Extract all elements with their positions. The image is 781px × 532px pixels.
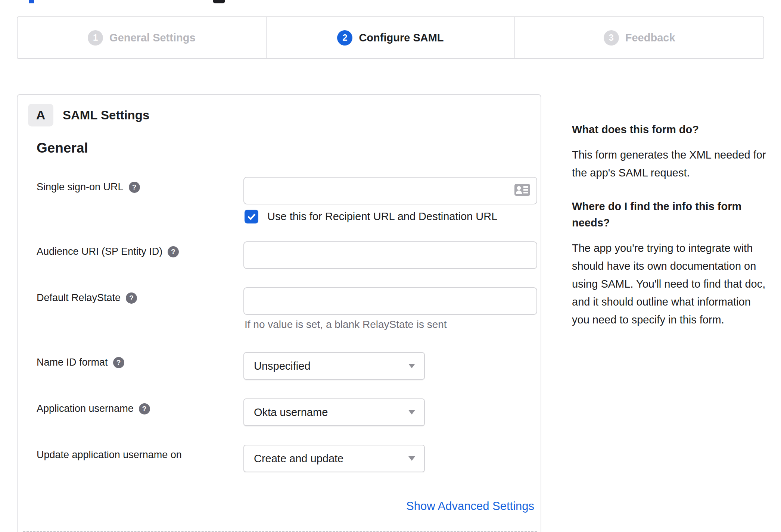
- step-1-number-badge: 1: [88, 30, 103, 46]
- help-answer-2: The app you're trying to integrate with …: [572, 239, 770, 329]
- general-group-heading: General: [37, 140, 88, 156]
- application-username-value: Okta username: [254, 406, 328, 419]
- application-username-label-text: Application username: [37, 403, 134, 414]
- default-relaystate-helper-text: If no value is set, a blank RelayState i…: [245, 319, 447, 331]
- section-a-badge: A: [28, 104, 53, 126]
- step-1-label: General Settings: [109, 32, 195, 44]
- single-sign-on-url-input-wrap: [243, 177, 537, 204]
- help-question-1: What does this form do?: [572, 121, 770, 138]
- update-app-username-label: Update application username on: [37, 449, 182, 461]
- step-3-label: Feedback: [625, 32, 675, 44]
- step-configure-saml[interactable]: 2 Configure SAML: [266, 17, 515, 58]
- default-relaystate-label-text: Default RelayState: [37, 292, 121, 304]
- update-app-username-label-text: Update application username on: [37, 449, 182, 461]
- single-sign-on-url-label: Single sign-on URL ?: [37, 181, 140, 193]
- section-title: SAML Settings: [63, 108, 149, 122]
- chevron-down-icon: [408, 364, 415, 368]
- top-cutoff-blue-fragment: [29, 0, 34, 3]
- chevron-down-icon: [408, 456, 415, 461]
- help-answer-1: This form generates the XML needed for t…: [572, 146, 770, 182]
- name-id-format-value: Unspecified: [254, 360, 311, 372]
- application-username-label: Application username ?: [37, 403, 150, 414]
- single-sign-on-url-input[interactable]: [244, 178, 536, 204]
- step-3-number-badge: 3: [604, 30, 619, 46]
- contact-card-icon[interactable]: [514, 184, 530, 198]
- update-app-username-select[interactable]: Create and update: [243, 445, 425, 472]
- help-question-2: Where do I find the info this form needs…: [572, 198, 770, 231]
- single-sign-on-url-help-icon[interactable]: ?: [129, 182, 140, 193]
- step-2-label: Configure SAML: [359, 32, 444, 44]
- recipient-url-checkbox[interactable]: [245, 210, 258, 223]
- help-sidebar: What does this form do? This form genera…: [572, 121, 770, 329]
- name-id-format-help-icon[interactable]: ?: [113, 357, 124, 368]
- name-id-format-label-text: Name ID format: [37, 357, 108, 368]
- single-sign-on-url-label-text: Single sign-on URL: [37, 181, 124, 193]
- audience-uri-input-wrap: [243, 241, 537, 269]
- recipient-url-checkbox-row: Use this for Recipient URL and Destinati…: [245, 210, 497, 223]
- wizard-stepper: 1 General Settings 2 Configure SAML 3 Fe…: [17, 16, 764, 59]
- top-cutoff-dark-fragment: [213, 0, 225, 3]
- audience-uri-help-icon[interactable]: ?: [168, 246, 179, 257]
- audience-uri-input[interactable]: [244, 242, 536, 268]
- update-app-username-value: Create and update: [254, 453, 343, 465]
- name-id-format-select[interactable]: Unspecified: [243, 352, 425, 380]
- step-general-settings[interactable]: 1 General Settings: [18, 17, 266, 58]
- step-feedback[interactable]: 3 Feedback: [514, 17, 763, 58]
- default-relaystate-label: Default RelayState ?: [37, 292, 137, 304]
- audience-uri-label-text: Audience URI (SP Entity ID): [37, 246, 162, 257]
- default-relaystate-help-icon[interactable]: ?: [126, 292, 137, 304]
- audience-uri-label: Audience URI (SP Entity ID) ?: [37, 246, 179, 257]
- default-relaystate-input-wrap: [243, 287, 537, 315]
- default-relaystate-input[interactable]: [244, 288, 536, 314]
- application-username-help-icon[interactable]: ?: [139, 403, 150, 414]
- recipient-url-checkbox-label: Use this for Recipient URL and Destinati…: [267, 210, 497, 223]
- step-2-number-badge: 2: [337, 30, 352, 46]
- application-username-select[interactable]: Okta username: [243, 398, 425, 426]
- show-advanced-settings-link[interactable]: Show Advanced Settings: [406, 500, 534, 513]
- name-id-format-label: Name ID format ?: [37, 357, 124, 368]
- chevron-down-icon: [408, 410, 415, 414]
- saml-settings-panel: A SAML Settings General Single sign-on U…: [17, 94, 541, 532]
